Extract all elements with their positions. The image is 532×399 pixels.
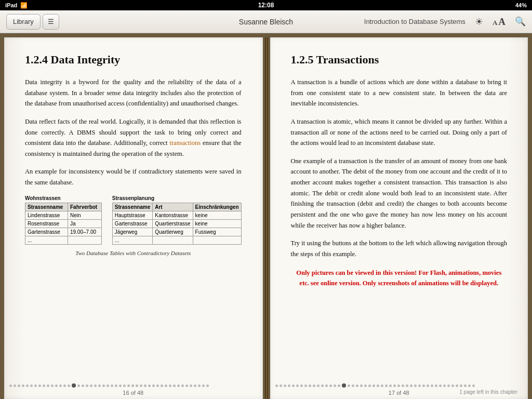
progress-dot <box>152 384 155 387</box>
progress-dot <box>107 384 109 387</box>
table1-title: Wohnstrassen <box>25 195 102 201</box>
flash-notice: Only pictures can be viewed in this vers… <box>291 268 508 288</box>
table2: Strassenname Art Einschränkungen Hauptst… <box>112 203 242 245</box>
left-page-footer: 16 of 48 <box>4 380 262 399</box>
progress-dot <box>402 384 404 387</box>
table-row: RosenstrasseJa <box>25 219 102 228</box>
progress-dot <box>55 384 58 387</box>
progress-dot <box>202 384 205 387</box>
progress-dot <box>352 384 354 387</box>
progress-dot <box>173 384 176 387</box>
progress-dot <box>410 384 413 387</box>
progress-dot <box>456 384 458 387</box>
left-page-number: 16 of 48 <box>123 390 143 396</box>
progress-dot <box>364 384 367 387</box>
progress-dot <box>451 384 454 387</box>
right-page-number: 17 of 48 <box>389 390 409 396</box>
progress-dot <box>373 384 375 387</box>
progress-dot <box>460 384 462 387</box>
book-container: 1.2.4 Data Integrity Data integrity is a… <box>0 33 532 399</box>
progress-dot <box>360 384 363 387</box>
progress-dot <box>38 384 41 387</box>
progress-dot <box>63 384 66 387</box>
progress-dot <box>131 384 134 387</box>
progress-dot <box>292 384 295 387</box>
right-page-content: 1.2.5 Transactions A transaction is a bu… <box>270 37 528 380</box>
progress-dot <box>119 384 122 387</box>
right-page: 1.2.5 Transactions A transaction is a bu… <box>270 37 528 399</box>
tables-section: Wohnstrassen Strassenname Fahrverbot Lin… <box>25 195 242 245</box>
progress-dot <box>51 384 54 387</box>
table1-col2-header: Fahrverbot <box>68 203 101 211</box>
progress-dot <box>368 384 371 387</box>
progress-dot <box>115 384 117 387</box>
progress-dot <box>288 384 290 387</box>
toolbar-left: Library ☰ <box>6 14 59 30</box>
progress-dot <box>34 384 37 387</box>
progress-dot <box>144 384 147 387</box>
progress-dot <box>427 384 429 387</box>
table-row: LindenstrasseNein <box>25 211 102 219</box>
progress-dot <box>397 384 400 387</box>
right-paragraph-4: Try it using the buttons at the bottom t… <box>291 238 508 259</box>
toc-icon: ☰ <box>48 18 54 25</box>
font-large-label: A <box>498 16 506 28</box>
right-page-footer: 17 of 48 1 page left in this chapter <box>270 380 528 399</box>
search-icon[interactable]: 🔍 <box>515 16 526 27</box>
table2-col2-header: Art <box>153 203 193 211</box>
table-row: GartenstrasseQuartierstrassekeine <box>112 219 241 228</box>
progress-dot <box>72 383 76 388</box>
toc-button[interactable]: ☰ <box>43 14 59 30</box>
table2-wrapper: Strassenplanung Strassenname Art Einschr… <box>112 195 242 245</box>
progress-dot <box>198 384 201 387</box>
table-row: HauptstrasseKantonstrassekeine <box>112 211 241 219</box>
progress-dot <box>22 384 24 387</box>
progress-dot <box>468 384 471 387</box>
progress-dot <box>385 384 388 387</box>
progress-dot <box>389 384 392 387</box>
right-dots-row <box>270 383 528 388</box>
progress-dot <box>414 384 417 387</box>
left-dots-row <box>4 383 262 388</box>
progress-dot <box>464 384 467 387</box>
progress-dot <box>356 384 358 387</box>
progress-dot <box>190 384 192 387</box>
transactions-link[interactable]: transactions <box>169 139 201 147</box>
right-chapter-title: 1.2.5 Transactions <box>291 53 508 66</box>
table-row: JägerwegQuartierwegFussweg <box>112 228 241 236</box>
progress-dot <box>325 384 328 387</box>
table1-wrapper: Wohnstrassen Strassenname Fahrverbot Lin… <box>25 195 102 245</box>
progress-dot <box>206 384 209 387</box>
progress-dot <box>377 384 379 387</box>
progress-dot <box>111 384 113 387</box>
progress-dot <box>102 384 105 387</box>
progress-dot <box>90 384 92 387</box>
progress-dot <box>98 384 101 387</box>
library-button[interactable]: Library <box>6 14 41 30</box>
progress-dot <box>406 384 408 387</box>
left-paragraph-3: An example for inconsistency would be if… <box>25 166 242 188</box>
progress-dot <box>161 384 163 387</box>
right-paragraph-3: One example of a transaction is the tran… <box>291 156 508 231</box>
progress-dot <box>9 384 12 387</box>
progress-dot <box>165 384 167 387</box>
progress-dot <box>136 384 138 387</box>
progress-dot <box>43 384 45 387</box>
progress-dot <box>304 384 307 387</box>
font-size-control[interactable]: A A <box>493 16 506 28</box>
progress-dot <box>14 384 16 387</box>
page-hint: 1 page left in this chapter <box>459 389 517 395</box>
right-paragraph-2: A transaction is atomic, which means it … <box>291 116 508 149</box>
toolbar-right: Introduction to Database Systems ☀ A A 🔍 <box>364 16 526 28</box>
toolbar: Library ☰ Susanne Bleisch Introduction t… <box>0 10 532 33</box>
progress-dot <box>435 384 437 387</box>
right-paragraph-1: A transaction is a bundle of actions whi… <box>291 77 508 109</box>
status-time: 12:08 <box>258 2 274 9</box>
status-bar: iPad 📶 12:08 44% <box>0 0 532 10</box>
progress-dot <box>94 384 97 387</box>
progress-dot <box>329 384 332 387</box>
progress-dot <box>148 384 151 387</box>
progress-dot <box>68 384 70 387</box>
table1-col1-header: Strassenname <box>25 203 68 211</box>
brightness-icon[interactable]: ☀ <box>475 16 483 28</box>
